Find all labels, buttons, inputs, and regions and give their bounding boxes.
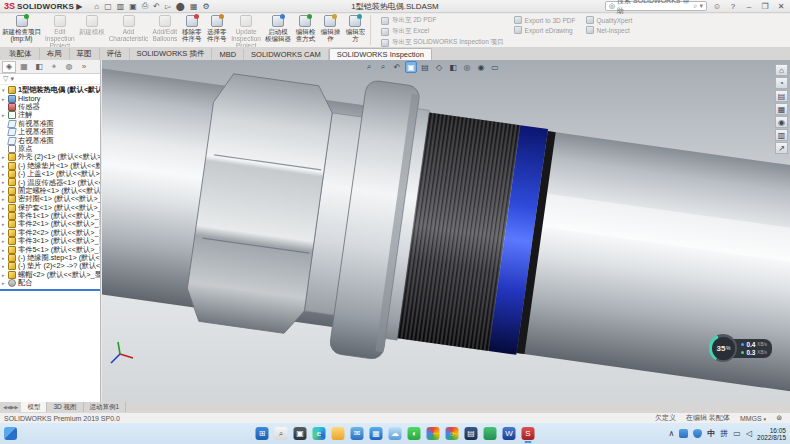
tree-item[interactable]: ▸ 注解 (0, 111, 100, 119)
help-search-box[interactable]: ◎ 搜索 SOLIDWORKS 帮助 ⌕ ▾ (605, 1, 707, 11)
weather-icon[interactable]: ☁ (389, 427, 402, 440)
export-button[interactable]: Net-Inspect (586, 26, 633, 34)
tree-item[interactable]: ▸ 原点 (0, 145, 100, 153)
propertymanager-tab[interactable]: ▦ (17, 61, 31, 73)
ribbon-button[interactable]: 启动模 板编辑器 (263, 14, 293, 50)
ribbon-tab[interactable]: SOLIDWORKS CAM (244, 49, 329, 60)
export-button[interactable]: 导出至 Excel (381, 27, 504, 36)
previous-view-icon[interactable]: ↶ (391, 61, 403, 73)
display-icon[interactable]: ▭ (733, 429, 741, 438)
more-tabs[interactable]: » (77, 61, 91, 73)
menu-flyout-icon[interactable]: ▶ (76, 2, 82, 11)
new-file-icon[interactable]: ▢ (102, 2, 114, 11)
volume-icon[interactable]: ◁ (746, 429, 752, 438)
open-file-icon[interactable]: ▥ (115, 2, 127, 11)
panel-splitter[interactable] (0, 289, 100, 291)
ribbon-button[interactable]: Update Inspection Project (229, 14, 263, 50)
chrome-icon[interactable]: ◌ (446, 427, 459, 440)
design-library-tab-icon[interactable]: ◔ (775, 77, 788, 89)
store-icon[interactable]: ▦ (370, 427, 383, 440)
tree-item[interactable]: ▸ 上视基准面 (0, 128, 100, 136)
annotation-view-icon[interactable]: ▤ (419, 61, 431, 73)
notes-app-icon[interactable] (484, 427, 497, 440)
display-style-icon[interactable]: ◧ (447, 61, 459, 73)
mail-icon[interactable]: ✉ (351, 427, 364, 440)
graphics-viewport[interactable]: ⌕⌕↶▣▤◇◧◎◉▭ ⌂◔▤▦◉▥↗ 35% 0.4 (102, 60, 790, 402)
tree-item[interactable]: ▸ 前视基准面 (0, 120, 100, 128)
ribbon-button[interactable]: 选择零 件序号 (204, 14, 229, 50)
select-icon[interactable]: ▻ (163, 2, 173, 11)
tray-app-icon[interactable] (679, 429, 688, 438)
help-button[interactable]: ? (727, 2, 739, 11)
tree-item[interactable]: ▸ 传感器 (0, 103, 100, 111)
reader-app-icon[interactable]: ▤ (465, 427, 478, 440)
home-icon[interactable]: ⌂ (92, 2, 101, 11)
tree-root-item[interactable]: ▾ 1型铠装热电偶 (默认<默认_显示状态-1 (0, 86, 100, 94)
ribbon-tab[interactable]: SOLIDWORKS 插件 (130, 48, 213, 60)
ribbon-button[interactable]: 编辑宏 方 (343, 14, 368, 50)
clock[interactable]: 16:05 2022/8/15 (757, 427, 786, 441)
tree-item[interactable]: ▸ 外壳 (2)<1> (默认<<默认>_显示状态 (0, 153, 100, 161)
view-settings-icon[interactable]: ▭ (489, 61, 501, 73)
file-properties-icon[interactable]: ▦ (188, 2, 200, 11)
browser-360-icon[interactable] (427, 427, 440, 440)
tree-item[interactable]: ▸ (-) 绝缘圈.step<1> (默认<<默认>_ (0, 254, 100, 262)
ribbon-button[interactable]: 新建模板 (77, 14, 107, 50)
tray-chevron-icon[interactable]: ∧ (669, 429, 675, 438)
tree-item[interactable]: ▸ 零件3<1> (默认<<默认>_显示状态 (0, 237, 100, 245)
tree-item[interactable]: ▸ 右视基准面 (0, 136, 100, 144)
tree-item[interactable]: ▸ 零件2<2> (默认<<默认>_显示状态 (0, 229, 100, 237)
tree-item[interactable]: ▸ (-) 上盖<1> (默认<<默认>_显示状态 (0, 170, 100, 178)
tab-scroll-arrows[interactable]: ◀◀▶▶ (0, 404, 21, 410)
configurations-tab[interactable]: ◧ (32, 61, 46, 73)
ribbon-button[interactable]: 新建检查项目 (imp:M) (0, 14, 43, 50)
filter-dropdown-icon[interactable]: ▾ (10, 75, 14, 83)
minimize-button[interactable]: – (743, 2, 755, 11)
ribbon-tab[interactable]: MBD (212, 49, 244, 60)
tree-item[interactable]: ▸ 零件5<1> (默认<<默认>_显示状态 (0, 245, 100, 253)
login-button[interactable]: ☺ (711, 2, 723, 11)
edit-appearance-icon[interactable]: ◉ (475, 61, 487, 73)
resources-tab-icon[interactable]: ⌂ (775, 64, 788, 76)
ribbon-button[interactable]: 移除零 件序号 (179, 14, 204, 50)
word-icon[interactable]: W (503, 427, 516, 440)
ribbon-tab[interactable]: 装配体 (2, 48, 40, 60)
options-icon[interactable]: ⚙ (201, 2, 212, 11)
tree-item[interactable]: ▸ 配合 (0, 279, 100, 287)
view-palette-tab-icon[interactable]: ▦ (775, 103, 788, 115)
wechat-icon[interactable]: ◖ (408, 427, 421, 440)
export-button[interactable]: Export eDrawing (514, 26, 576, 34)
status-badge-icon[interactable]: ⊛ (776, 414, 782, 422)
ribbon-button[interactable]: Add Characteristic (107, 14, 151, 50)
file-explorer-icon[interactable] (332, 427, 345, 440)
zoom-fit-icon[interactable]: ⌕ (363, 61, 375, 73)
document-tab[interactable]: 运动算例1 (84, 402, 127, 412)
tree-item[interactable]: ▸ 保护套<1> (默认<<默认>_显示状态 (0, 203, 100, 211)
export-button[interactable]: QualityXpert (586, 16, 633, 24)
displaymanager-tab[interactable]: ◍ (62, 61, 76, 73)
close-button[interactable]: ✕ (775, 2, 787, 11)
edge-icon[interactable]: e (313, 427, 326, 440)
tree-item[interactable]: ▸ (-) 温度传感器<1> (默认<<默认>_显 (0, 178, 100, 186)
filter-funnel-icon[interactable]: ▽ (3, 75, 8, 83)
start-icon[interactable]: ⊞ (256, 427, 269, 440)
export-button[interactable]: Export to 3D PDF (514, 16, 576, 24)
export-button[interactable]: 导出至 SOLIDWORKS Inspection 项目 (381, 38, 504, 47)
document-tab[interactable]: 模型 (21, 402, 47, 412)
ribbon-tab[interactable]: 布局 (40, 48, 70, 60)
ribbon-button[interactable]: 编辑操 作 (318, 14, 343, 50)
ime-mode-indicator[interactable]: 拼 (720, 428, 728, 439)
ime-language-indicator[interactable]: 中 (707, 428, 715, 439)
tree-filter-row[interactable]: ▽ ▾ (0, 74, 100, 85)
forum-tab-icon[interactable]: ↗ (775, 142, 788, 154)
tree-item[interactable]: ▸ (-) 垫片 (2)<2> ->? (默认<<默认>_ (0, 262, 100, 270)
ribbon-button[interactable]: 编辑检 查方式 (293, 14, 318, 50)
search-icon[interactable]: ⌕ (694, 2, 698, 10)
tree-item[interactable]: ▸ 零件1<1> (默认<<默认>_显示状态 (0, 212, 100, 220)
restore-button[interactable]: ❐ (759, 2, 771, 11)
document-tab[interactable]: 3D 视图 (47, 402, 83, 412)
save-icon[interactable]: ▣ (127, 2, 139, 11)
performance-monitor-overlay[interactable]: 35% 0.4 KB/s 0.3 KB/s (709, 334, 772, 362)
tree-item[interactable]: ▸ History (0, 94, 100, 102)
solidworks-app-icon[interactable]: S (522, 427, 535, 440)
